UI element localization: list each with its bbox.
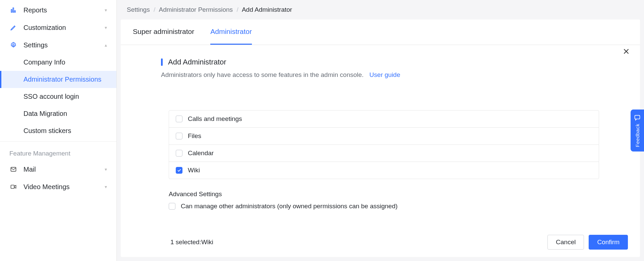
sidebar-item-label: Company Info [23, 58, 65, 66]
svg-rect-2 [14, 11, 15, 12]
sidebar-section-label: Feature Management [0, 144, 116, 161]
sidebar-item-label: Video Meetings [23, 183, 70, 191]
permissions-scroll[interactable]: Calls and meetings Files Calendar [168, 86, 599, 210]
svg-rect-5 [11, 185, 14, 188]
svg-rect-1 [13, 8, 14, 12]
chevron-down-icon: ▾ [105, 7, 107, 13]
footer: 1 selected:Wiki Cancel Confirm [121, 229, 640, 257]
sidebar-item-sso[interactable]: SSO account login [0, 88, 116, 105]
checkbox[interactable] [176, 133, 182, 139]
sidebar-item-data-migration[interactable]: Data Migration [0, 105, 116, 122]
content-panel: Super administrator Administrator Add Ad… [121, 19, 640, 257]
sidebar-item-label: SSO account login [23, 93, 79, 100]
breadcrumb-link[interactable]: Settings [127, 6, 150, 13]
sidebar-item-label: Settings [23, 41, 48, 49]
feedback-label: Feedback [635, 124, 640, 147]
breadcrumb-current: Add Administrator [242, 6, 292, 13]
permission-label: Calls and meetings [188, 115, 242, 123]
permission-row[interactable]: Files [169, 128, 599, 145]
section-desc-text: Administrators only have access to some … [161, 71, 364, 78]
sidebar-item-label: Reports [23, 6, 47, 14]
svg-point-3 [13, 44, 14, 46]
close-button[interactable] [622, 47, 631, 56]
breadcrumb: Settings / Administrator Permissions / A… [117, 0, 644, 19]
permission-label: Calendar [188, 149, 214, 157]
checkbox[interactable] [176, 150, 182, 157]
checkbox[interactable] [169, 203, 175, 210]
divider [0, 141, 116, 142]
sidebar-item-label: Custom stickers [23, 127, 71, 135]
permission-row[interactable]: Calls and meetings [169, 111, 599, 128]
sidebar-item-video-meetings[interactable]: Video Meetings ▾ [0, 178, 116, 195]
chevron-down-icon: ▾ [105, 25, 107, 30]
chevron-down-icon: ▾ [105, 167, 107, 172]
tab-admin[interactable]: Administrator [210, 19, 252, 45]
svg-rect-6 [635, 115, 640, 119]
user-guide-link[interactable]: User guide [369, 71, 400, 78]
chart-icon [9, 6, 17, 14]
video-icon [9, 183, 17, 191]
sidebar-item-custom-stickers[interactable]: Custom stickers [0, 122, 116, 139]
advanced-option-label: Can manage other administrators (only ow… [181, 203, 397, 210]
breadcrumb-sep: / [234, 6, 240, 13]
sidebar-item-label: Administrator Permissions [23, 76, 101, 83]
confirm-button[interactable]: Confirm [589, 235, 628, 250]
breadcrumb-link[interactable]: Administrator Permissions [159, 6, 233, 13]
sidebar: Reports ▾ Customization ▾ Settings ▴ Com… [0, 0, 117, 261]
tab-super-admin[interactable]: Super administrator [133, 19, 194, 45]
permission-label: Files [188, 132, 201, 140]
title-bar [161, 58, 163, 66]
section-title: Add Administrator [161, 58, 628, 67]
sidebar-item-label: Customization [23, 24, 66, 32]
chevron-up-icon: ▴ [105, 42, 107, 48]
tabs: Super administrator Administrator [121, 19, 640, 45]
svg-rect-0 [11, 9, 12, 12]
sidebar-item-label: Data Migration [23, 110, 67, 118]
sidebar-item-company-info[interactable]: Company Info [0, 54, 116, 71]
section-desc: Administrators only have access to some … [161, 71, 628, 79]
permission-group: Calls and meetings Files Calendar [169, 110, 599, 179]
sidebar-item-customization[interactable]: Customization ▾ [0, 19, 116, 36]
gear-icon [9, 41, 17, 49]
breadcrumb-sep: / [152, 6, 157, 13]
pencil-icon [9, 24, 17, 32]
checkbox[interactable] [176, 167, 182, 174]
mail-icon [9, 165, 17, 173]
advanced-settings-title: Advanced Settings [169, 190, 599, 198]
sidebar-item-mail[interactable]: Mail ▾ [0, 161, 116, 178]
cancel-button[interactable]: Cancel [547, 235, 584, 250]
selection-summary: 1 selected:Wiki [170, 238, 213, 246]
chat-icon [634, 114, 641, 121]
chevron-down-icon: ▾ [105, 184, 107, 189]
permission-label: Wiki [188, 167, 200, 174]
section-title-text: Add Administrator [168, 58, 226, 67]
form-wrap: Add Administrator Administrators only ha… [121, 45, 640, 229]
sidebar-item-admin-permissions[interactable]: Administrator Permissions [0, 71, 116, 88]
sidebar-item-label: Mail [23, 166, 36, 173]
feedback-tab[interactable]: Feedback [631, 110, 644, 152]
footer-buttons: Cancel Confirm [547, 235, 628, 250]
permission-row[interactable]: Wiki [169, 162, 599, 179]
main: Settings / Administrator Permissions / A… [117, 0, 644, 261]
checkbox[interactable] [176, 116, 182, 122]
advanced-option-row[interactable]: Can manage other administrators (only ow… [169, 203, 599, 210]
permission-row[interactable]: Calendar [169, 145, 599, 162]
sidebar-item-settings[interactable]: Settings ▴ [0, 36, 116, 54]
sidebar-item-reports[interactable]: Reports ▾ [0, 1, 116, 19]
